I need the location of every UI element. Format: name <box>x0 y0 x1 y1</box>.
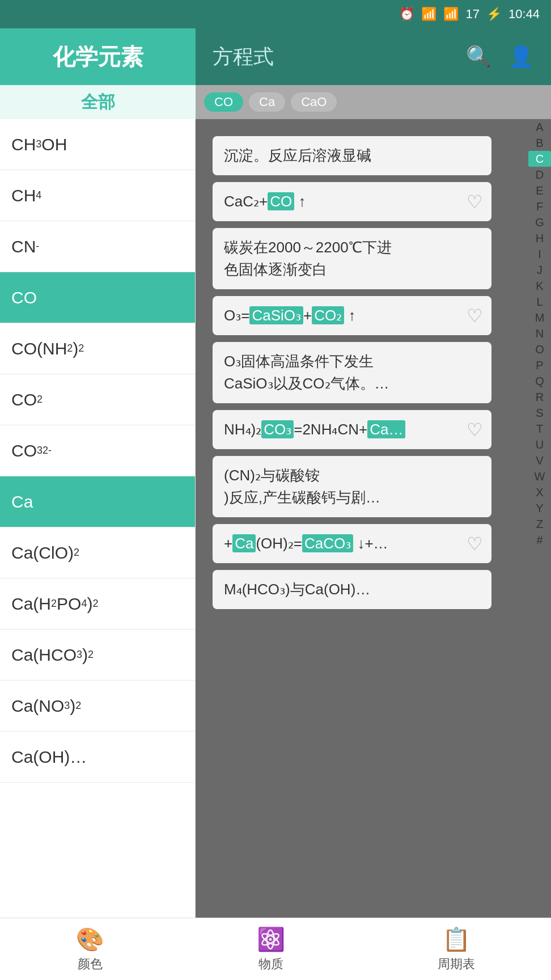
status-bar: ⏰ 📶 📶 17 ⚡ 10:44 <box>0 0 551 28</box>
sidebar-item-Ca[interactable]: Ca <box>0 476 195 527</box>
alpha-H[interactable]: H <box>528 230 551 246</box>
alpha-N[interactable]: N <box>528 326 551 341</box>
battery-icon: ⚡ <box>486 7 502 22</box>
equation-card-1[interactable]: 沉淀。反应后溶液显碱 <box>213 136 491 175</box>
alpha-G[interactable]: G <box>528 214 551 230</box>
alpha-U[interactable]: U <box>528 437 551 453</box>
alpha-Z[interactable]: Z <box>528 516 551 532</box>
equation-text-9: M₄(HCO₃)与Ca(OH)… <box>224 578 480 601</box>
equation-card-7[interactable]: (CN)₂与碳酸铵 )反应,产生碳酸钙与剧… <box>213 456 491 517</box>
equation-card-6[interactable]: NH₄)₂CO₃=2NH₄CN+Ca… ♡ <box>213 410 491 449</box>
alpha-O[interactable]: O <box>528 341 551 357</box>
header-icons: 🔍 👤 <box>466 45 534 69</box>
alpha-W[interactable]: W <box>528 468 551 484</box>
sidebar-item-CO32-[interactable]: CO32- <box>0 425 195 476</box>
equation-text-3a: 碳炭在2000～2200℃下进 <box>224 236 480 259</box>
alpha-index: A B C D E F G H I J K L M N O P Q R S T … <box>528 119 551 548</box>
favorite-icon-6[interactable]: ♡ <box>467 419 483 441</box>
equation-card-2[interactable]: CaC₂+CO ↑ ♡ <box>213 182 491 221</box>
sidebar-item-CO2[interactable]: CO2 <box>0 374 195 425</box>
alarm-icon: ⏰ <box>399 7 414 22</box>
sidebar-item-CaHCO32[interactable]: Ca(HCO3)2 <box>0 630 195 681</box>
alpha-B[interactable]: B <box>528 135 551 151</box>
tab-pill-3[interactable]: CaO <box>291 92 337 112</box>
equation-text-2: CaC₂+CO ↑ <box>224 191 480 213</box>
alpha-R[interactable]: R <box>528 389 551 405</box>
section-title: 方程式 <box>213 43 274 71</box>
header-right-panel: 方程式 🔍 👤 <box>196 43 551 71</box>
battery-level: 17 <box>465 7 479 22</box>
nav-label-periodic: 周期表 <box>438 956 475 973</box>
alpha-X[interactable]: X <box>528 484 551 500</box>
main-area: CH3OH CH4 CN- CO CO(NH2)2 CO2 CO32- Ca C… <box>0 119 551 963</box>
favorite-icon-8[interactable]: ♡ <box>467 533 483 555</box>
alpha-hash[interactable]: # <box>528 532 551 548</box>
alpha-S[interactable]: S <box>528 405 551 421</box>
alpha-F[interactable]: F <box>528 198 551 214</box>
favorite-icon-4[interactable]: ♡ <box>467 305 483 327</box>
right-content: 沉淀。反应后溶液显碱 CaC₂+CO ↑ ♡ 碳炭在2000～2200℃下进 色… <box>196 119 551 963</box>
sidebar-item-CONH22[interactable]: CO(NH2)2 <box>0 323 195 374</box>
highlight-CO: CO <box>268 192 294 210</box>
alpha-I[interactable]: I <box>528 246 551 262</box>
equation-card-3[interactable]: 碳炭在2000～2200℃下进 色固体逐渐变白 <box>213 228 491 289</box>
search-icon[interactable]: 🔍 <box>466 45 491 69</box>
sidebar-item-CaH2PO42[interactable]: Ca(H2PO4)2 <box>0 578 195 630</box>
sidebar-item-CaOH[interactable]: Ca(OH)… <box>0 732 195 783</box>
alpha-Y[interactable]: Y <box>528 500 551 516</box>
tab-pill-active[interactable]: CO <box>204 92 243 112</box>
alpha-D[interactable]: D <box>528 167 551 183</box>
equation-card-9[interactable]: M₄(HCO₃)与Ca(OH)… <box>213 570 491 609</box>
alpha-P[interactable]: P <box>528 357 551 373</box>
sidebar-item-CN-[interactable]: CN- <box>0 221 195 272</box>
user-icon[interactable]: 👤 <box>508 45 534 69</box>
alpha-V[interactable]: V <box>528 453 551 468</box>
tab-row: 全部 CO Ca CaO <box>0 85 551 119</box>
nav-item-periodic[interactable]: 📋 周期表 <box>438 926 475 973</box>
highlight-Ca2: Ca… <box>367 420 405 438</box>
alpha-L[interactable]: L <box>528 294 551 310</box>
equation-card-8[interactable]: +Ca(OH)₂=CaCO₃ ↓+… ♡ <box>213 524 491 563</box>
alpha-T[interactable]: T <box>528 421 551 437</box>
nav-item-matter[interactable]: ⚛️ 物质 <box>257 926 285 973</box>
sidebar: CH3OH CH4 CN- CO CO(NH2)2 CO2 CO32- Ca C… <box>0 119 196 963</box>
sidebar-item-CH4[interactable]: CH4 <box>0 170 195 221</box>
highlight-Ca3: Ca <box>232 534 256 552</box>
alpha-C[interactable]: C <box>528 151 551 167</box>
nav-item-color[interactable]: 🎨 颜色 <box>76 926 104 973</box>
equation-text-5a: O₃固体高温条件下发生 <box>224 350 480 373</box>
alpha-J[interactable]: J <box>528 262 551 278</box>
app-title: 化学元素 <box>53 41 143 73</box>
equation-text-3b: 色固体逐渐变白 <box>224 259 480 281</box>
sidebar-item-CH3OH[interactable]: CH3OH <box>0 119 195 170</box>
favorite-icon-2[interactable]: ♡ <box>467 191 483 213</box>
wifi-icon: 📶 <box>421 7 436 22</box>
equation-text-7a: (CN)₂与碳酸铵 <box>224 464 480 487</box>
highlight-CaCO3: CaCO₃ <box>302 534 353 552</box>
tab-all[interactable]: 全部 <box>0 85 196 119</box>
periodic-icon: 📋 <box>442 926 471 953</box>
highlight-CO3: CO₃ <box>261 420 294 438</box>
tab-pill-2[interactable]: Ca <box>249 92 285 112</box>
alpha-A[interactable]: A <box>528 119 551 135</box>
equation-text-5b: CaSiO₃以及CO₂气体。… <box>224 373 480 395</box>
equation-card-4[interactable]: O₃=CaSiO₃+CO₂ ↑ ♡ <box>213 296 491 335</box>
tab-right-area: CO Ca CaO <box>196 85 551 119</box>
equation-card-5[interactable]: O₃固体高温条件下发生 CaSiO₃以及CO₂气体。… <box>213 342 491 403</box>
matter-icon: ⚛️ <box>257 926 285 953</box>
alpha-K[interactable]: K <box>528 278 551 294</box>
header: 化学元素 方程式 🔍 👤 <box>0 28 551 85</box>
alpha-Q[interactable]: Q <box>528 373 551 389</box>
alpha-M[interactable]: M <box>528 310 551 326</box>
sidebar-item-CaNO32[interactable]: Ca(NO3)2 <box>0 681 195 732</box>
equation-text-4: O₃=CaSiO₃+CO₂ ↑ <box>224 305 480 327</box>
signal-icon: 📶 <box>443 7 459 22</box>
nav-label-matter: 物质 <box>258 956 283 973</box>
sidebar-item-CaClO2[interactable]: Ca(ClO)2 <box>0 527 195 578</box>
alpha-E[interactable]: E <box>528 183 551 198</box>
highlight-CO2: CO₂ <box>312 306 344 324</box>
equation-text-6: NH₄)₂CO₃=2NH₄CN+Ca… <box>224 419 480 441</box>
header-left-panel: 化学元素 <box>0 28 196 85</box>
sidebar-item-CO[interactable]: CO <box>0 272 195 323</box>
highlight-CaSiO3: CaSiO₃ <box>249 306 303 324</box>
